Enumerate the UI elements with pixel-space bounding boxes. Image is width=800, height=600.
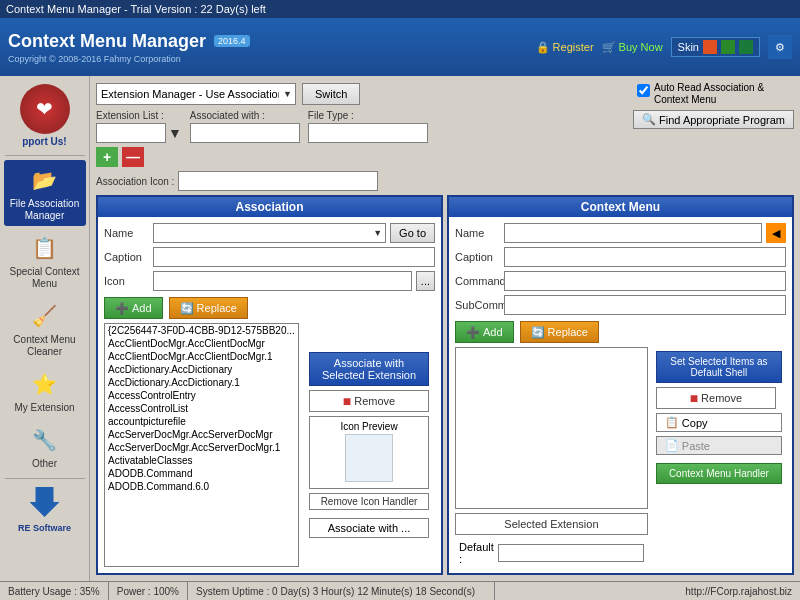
ctx-handler-button[interactable]: Context Menu Handler	[656, 463, 782, 484]
header-actions: 🔒 Register 🛒 Buy Now Skin ⚙	[536, 35, 792, 59]
skin-color-2[interactable]	[721, 40, 735, 54]
remove-ext-button[interactable]: —	[122, 147, 144, 167]
add-ext-button[interactable]: +	[96, 147, 118, 167]
ext-list-label: Extension List :	[96, 110, 182, 121]
set-default-button[interactable]: Set Selected Items as Default Shell	[656, 351, 782, 383]
sidebar-item-my-ext[interactable]: ⭐ My Extension	[4, 364, 86, 418]
ctx-caption-input[interactable]	[504, 247, 786, 267]
sidebar-label-other: Other	[32, 458, 57, 470]
sidebar-label-special-ctx: Special Context Menu	[6, 266, 84, 290]
ext-list-dropdown-icon[interactable]: ▼	[168, 125, 182, 141]
uptime-status: System Uptime : 0 Day(s) 3 Hour(s) 12 Mi…	[188, 582, 495, 600]
auto-read-checkbox: Auto Read Association & Context Menu	[637, 82, 794, 106]
ctx-name-label: Name	[455, 227, 500, 239]
list-item[interactable]: ActivatableClasses	[105, 454, 298, 467]
ctx-name-row: Name ◀	[455, 223, 786, 243]
assoc-caption-label: Caption	[104, 251, 149, 263]
list-item[interactable]: AccClientDocMgr.AccClientDocMgr.1	[105, 350, 298, 363]
assoc-caption-input[interactable]	[153, 247, 435, 267]
list-item[interactable]: AccServerDocMgr.AccServerDocMgr	[105, 428, 298, 441]
auto-read-check[interactable]	[637, 84, 650, 97]
ext-list-input[interactable]	[96, 123, 166, 143]
skin-color-3[interactable]	[739, 40, 753, 54]
assoc-with-input[interactable]	[190, 123, 300, 143]
assoc-icon-label: Association Icon :	[96, 176, 174, 187]
panels-section: Association Name Go to Ca	[96, 195, 794, 575]
ctx-add-button[interactable]: ➕ Add	[455, 321, 514, 343]
list-item[interactable]: {2C256447-3F0D-4CBB-9D12-575BB20...	[105, 324, 298, 337]
skin-color-1[interactable]	[703, 40, 717, 54]
ctx-panel-body: Name ◀ Caption Command	[449, 217, 792, 573]
list-item[interactable]: AccServerDocMgr.AccServerDocMgr.1	[105, 441, 298, 454]
assoc-icon-label2: Icon	[104, 275, 149, 287]
sidebar-item-file-assoc[interactable]: 📂 File Association Manager	[4, 160, 86, 226]
assoc-remove-button[interactable]: ■ Remove	[309, 390, 429, 412]
ctx-add-replace-row: ➕ Add 🔄 Replace	[455, 321, 786, 343]
list-item[interactable]: ADODB.Command	[105, 467, 298, 480]
ctx-remove-button[interactable]: ■ Remove	[656, 387, 776, 409]
ctx-command-row: Command	[455, 271, 786, 291]
ctx-replace-button[interactable]: 🔄 Replace	[520, 321, 599, 343]
file-type-group: File Type :	[308, 110, 428, 143]
sidebar-divider-2	[5, 478, 85, 479]
assoc-name-select-wrapper[interactable]	[153, 223, 386, 243]
list-item[interactable]: accountpicturefile	[105, 415, 298, 428]
ctx-list[interactable]	[455, 347, 648, 509]
remove-icon-handler-button[interactable]: Remove Icon Handler	[309, 493, 429, 510]
sidebar-item-cleaner[interactable]: 🧹 Context Menu Cleaner	[4, 296, 86, 362]
ctx-command-label: Command	[455, 275, 500, 287]
ctx-paste-button: 📄 Paste	[656, 436, 782, 455]
list-item[interactable]: AccessControlList	[105, 402, 298, 415]
ctx-name-action-icon[interactable]: ◀	[766, 223, 786, 243]
sidebar-item-other[interactable]: 🔧 Other	[4, 420, 86, 474]
assoc-panel: Association Name Go to Ca	[96, 195, 443, 575]
list-item[interactable]: AccDictionary.AccDictionary.1	[105, 376, 298, 389]
ext-manager-select[interactable]: Extension Manager - Use Association	[96, 83, 296, 105]
skin-area: Skin	[671, 37, 760, 57]
ctx-default-input[interactable]	[498, 544, 644, 562]
assoc-panel-header: Association	[98, 197, 441, 217]
assoc-replace-button[interactable]: 🔄 Replace	[169, 297, 248, 319]
assoc-name-select[interactable]	[153, 223, 386, 243]
ctx-subcmd-row: SubCommand	[455, 295, 786, 315]
ctx-subcmd-input[interactable]	[504, 295, 786, 315]
goto-button[interactable]: Go to	[390, 223, 435, 243]
support-label: pport Us!	[20, 136, 70, 147]
url-status: http://FCorp.rajahost.biz	[495, 582, 801, 600]
find-program-button[interactable]: 🔍 Find Appropriate Program	[633, 110, 794, 129]
assoc-list[interactable]: {2C256447-3F0D-4CBB-9D12-575BB20... AccC…	[104, 323, 299, 567]
settings-icon[interactable]: ⚙	[768, 35, 792, 59]
assoc-icon-row: Association Icon :	[96, 171, 794, 191]
assoc-add-replace-row: ➕ Add 🔄 Replace	[104, 297, 435, 319]
assoc-with-selected-button[interactable]: Associate with Selected Extension	[309, 352, 429, 386]
ctx-command-input[interactable]	[504, 271, 786, 291]
ctx-copy-button[interactable]: 📋 Copy	[656, 413, 782, 432]
assoc-icon-input2[interactable]	[153, 271, 412, 291]
ext-list-group: Extension List : ▼ + —	[96, 110, 182, 167]
list-item[interactable]: AccClientDocMgr.AccClientDocMgr	[105, 337, 298, 350]
list-item[interactable]: AccessControlEntry	[105, 389, 298, 402]
ctx-caption-label: Caption	[455, 251, 500, 263]
sidebar-label-file-assoc: File Association Manager	[6, 198, 84, 222]
register-button[interactable]: 🔒 Register	[536, 41, 594, 54]
app-title: Context Menu Manager	[8, 31, 206, 52]
icon-preview-area: Icon Preview	[309, 416, 429, 489]
battery-status: Battery Usage : 35%	[0, 582, 109, 600]
add-green-icon: ➕	[115, 302, 129, 315]
assoc-with-bottom-button[interactable]: Associate with ...	[309, 518, 429, 538]
add-remove-row: + —	[96, 147, 182, 167]
assoc-panel-body: Name Go to Caption	[98, 217, 441, 573]
sidebar-item-special-ctx[interactable]: 📋 Special Context Menu	[4, 228, 86, 294]
assoc-icon-input[interactable]	[178, 171, 378, 191]
title-bar: Context Menu Manager - Trial Version : 2…	[0, 0, 800, 18]
file-type-input[interactable]	[308, 123, 428, 143]
ctx-name-input[interactable]	[504, 223, 762, 243]
buy-button[interactable]: 🛒 Buy Now	[602, 41, 663, 54]
ext-manager-select-wrapper[interactable]: Extension Manager - Use Association	[96, 83, 296, 105]
assoc-add-button[interactable]: ➕ Add	[104, 297, 163, 319]
list-item[interactable]: AccDictionary.AccDictionary	[105, 363, 298, 376]
support-area: ❤ pport Us!	[16, 80, 74, 151]
switch-button[interactable]: Switch	[302, 83, 360, 105]
list-item[interactable]: ADODB.Command.6.0	[105, 480, 298, 493]
icon-browse-button[interactable]: ...	[416, 271, 435, 291]
